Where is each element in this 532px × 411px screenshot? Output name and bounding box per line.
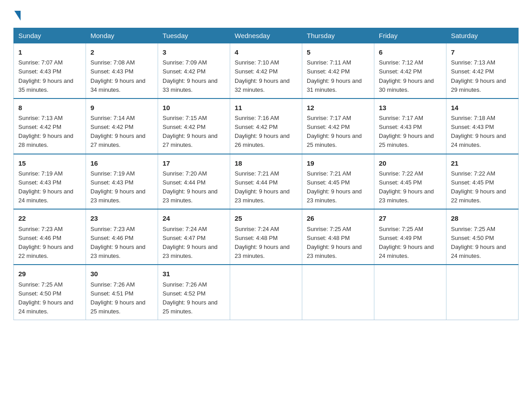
calendar-cell: 29Sunrise: 7:25 AMSunset: 4:50 PMDayligh… — [14, 265, 86, 320]
day-number: 27 — [379, 213, 442, 223]
day-number: 21 — [451, 158, 514, 168]
day-number: 4 — [235, 47, 297, 57]
calendar-week-row: 22Sunrise: 7:23 AMSunset: 4:46 PMDayligh… — [14, 209, 519, 265]
calendar-cell: 7Sunrise: 7:13 AMSunset: 4:42 PMDaylight… — [446, 43, 519, 98]
calendar-cell: 25Sunrise: 7:24 AMSunset: 4:48 PMDayligh… — [230, 209, 302, 265]
calendar-cell: 4Sunrise: 7:10 AMSunset: 4:42 PMDaylight… — [230, 43, 302, 98]
day-number: 2 — [90, 47, 153, 57]
day-info: Sunrise: 7:24 AMSunset: 4:48 PMDaylight:… — [235, 225, 297, 261]
calendar-cell: 23Sunrise: 7:23 AMSunset: 4:46 PMDayligh… — [86, 209, 158, 265]
day-info: Sunrise: 7:22 AMSunset: 4:45 PMDaylight:… — [379, 169, 442, 206]
calendar-table: SundayMondayTuesdayWednesdayThursdayFrid… — [13, 28, 519, 320]
calendar-cell — [302, 265, 374, 320]
header-wednesday: Wednesday — [230, 28, 302, 43]
day-info: Sunrise: 7:13 AMSunset: 4:42 PMDaylight:… — [18, 114, 81, 150]
day-info: Sunrise: 7:13 AMSunset: 4:42 PMDaylight:… — [451, 58, 514, 94]
day-number: 8 — [18, 103, 81, 113]
calendar-cell: 2Sunrise: 7:08 AMSunset: 4:43 PMDaylight… — [86, 43, 158, 98]
day-info: Sunrise: 7:10 AMSunset: 4:42 PMDaylight:… — [235, 58, 297, 94]
day-number: 11 — [235, 103, 297, 113]
calendar-cell: 17Sunrise: 7:20 AMSunset: 4:44 PMDayligh… — [158, 154, 230, 210]
day-number: 13 — [379, 103, 442, 113]
day-info: Sunrise: 7:22 AMSunset: 4:45 PMDaylight:… — [451, 169, 514, 206]
calendar-cell: 11Sunrise: 7:16 AMSunset: 4:42 PMDayligh… — [230, 98, 302, 154]
day-number: 9 — [90, 103, 153, 113]
calendar-cell: 30Sunrise: 7:26 AMSunset: 4:51 PMDayligh… — [86, 265, 158, 320]
day-info: Sunrise: 7:26 AMSunset: 4:51 PMDaylight:… — [90, 280, 153, 317]
calendar-cell: 15Sunrise: 7:19 AMSunset: 4:43 PMDayligh… — [14, 154, 86, 210]
header-tuesday: Tuesday — [158, 28, 230, 43]
day-info: Sunrise: 7:25 AMSunset: 4:48 PMDaylight:… — [307, 225, 369, 261]
calendar-cell: 18Sunrise: 7:21 AMSunset: 4:44 PMDayligh… — [230, 154, 302, 210]
calendar-cell: 10Sunrise: 7:15 AMSunset: 4:42 PMDayligh… — [158, 98, 230, 154]
calendar-cell: 3Sunrise: 7:09 AMSunset: 4:42 PMDaylight… — [158, 43, 230, 98]
day-info: Sunrise: 7:14 AMSunset: 4:42 PMDaylight:… — [90, 114, 153, 150]
day-info: Sunrise: 7:18 AMSunset: 4:43 PMDaylight:… — [451, 114, 514, 150]
day-info: Sunrise: 7:17 AMSunset: 4:42 PMDaylight:… — [307, 114, 369, 150]
header-monday: Monday — [86, 28, 158, 43]
day-info: Sunrise: 7:21 AMSunset: 4:45 PMDaylight:… — [307, 169, 369, 206]
calendar-cell: 31Sunrise: 7:26 AMSunset: 4:52 PMDayligh… — [158, 265, 230, 320]
day-number: 5 — [307, 47, 369, 57]
day-number: 7 — [451, 47, 514, 57]
day-number: 24 — [163, 213, 225, 223]
day-info: Sunrise: 7:09 AMSunset: 4:42 PMDaylight:… — [163, 58, 225, 94]
day-info: Sunrise: 7:21 AMSunset: 4:44 PMDaylight:… — [235, 169, 297, 206]
day-info: Sunrise: 7:15 AMSunset: 4:42 PMDaylight:… — [163, 114, 225, 150]
calendar-cell: 16Sunrise: 7:19 AMSunset: 4:43 PMDayligh… — [86, 154, 158, 210]
calendar-cell: 6Sunrise: 7:12 AMSunset: 4:42 PMDaylight… — [374, 43, 446, 98]
calendar-cell: 27Sunrise: 7:25 AMSunset: 4:49 PMDayligh… — [374, 209, 446, 265]
calendar-cell: 28Sunrise: 7:25 AMSunset: 4:50 PMDayligh… — [446, 209, 519, 265]
calendar-cell: 5Sunrise: 7:11 AMSunset: 4:42 PMDaylight… — [302, 43, 374, 98]
day-number: 26 — [307, 213, 369, 223]
logo-arrow-icon — [14, 11, 21, 21]
day-info: Sunrise: 7:16 AMSunset: 4:42 PMDaylight:… — [235, 114, 297, 150]
day-number: 3 — [163, 47, 225, 57]
header-friday: Friday — [374, 28, 446, 43]
day-info: Sunrise: 7:07 AMSunset: 4:43 PMDaylight:… — [18, 58, 81, 94]
day-number: 23 — [90, 213, 153, 223]
calendar-cell: 24Sunrise: 7:24 AMSunset: 4:47 PMDayligh… — [158, 209, 230, 265]
calendar-cell — [230, 265, 302, 320]
day-info: Sunrise: 7:17 AMSunset: 4:43 PMDaylight:… — [379, 114, 442, 150]
day-number: 18 — [235, 158, 297, 168]
day-info: Sunrise: 7:19 AMSunset: 4:43 PMDaylight:… — [90, 169, 153, 206]
calendar-cell: 22Sunrise: 7:23 AMSunset: 4:46 PMDayligh… — [14, 209, 86, 265]
day-info: Sunrise: 7:12 AMSunset: 4:42 PMDaylight:… — [379, 58, 442, 94]
day-number: 25 — [235, 213, 297, 223]
calendar-cell — [446, 265, 519, 320]
day-number: 20 — [379, 158, 442, 168]
calendar-cell: 26Sunrise: 7:25 AMSunset: 4:48 PMDayligh… — [302, 209, 374, 265]
day-number: 1 — [18, 47, 81, 57]
day-number: 16 — [90, 158, 153, 168]
day-info: Sunrise: 7:08 AMSunset: 4:43 PMDaylight:… — [90, 58, 153, 94]
calendar-week-row: 29Sunrise: 7:25 AMSunset: 4:50 PMDayligh… — [14, 265, 519, 320]
header-saturday: Saturday — [446, 28, 519, 43]
calendar-cell: 14Sunrise: 7:18 AMSunset: 4:43 PMDayligh… — [446, 98, 519, 154]
calendar-cell: 20Sunrise: 7:22 AMSunset: 4:45 PMDayligh… — [374, 154, 446, 210]
header-thursday: Thursday — [302, 28, 374, 43]
calendar-cell — [374, 265, 446, 320]
logo — [13, 9, 21, 20]
header-sunday: Sunday — [14, 28, 86, 43]
day-number: 31 — [163, 269, 225, 279]
calendar-cell: 13Sunrise: 7:17 AMSunset: 4:43 PMDayligh… — [374, 98, 446, 154]
calendar-cell: 19Sunrise: 7:21 AMSunset: 4:45 PMDayligh… — [302, 154, 374, 210]
day-number: 28 — [451, 213, 514, 223]
calendar-cell: 8Sunrise: 7:13 AMSunset: 4:42 PMDaylight… — [14, 98, 86, 154]
day-info: Sunrise: 7:25 AMSunset: 4:50 PMDaylight:… — [18, 280, 81, 317]
calendar-week-row: 15Sunrise: 7:19 AMSunset: 4:43 PMDayligh… — [14, 154, 519, 210]
day-info: Sunrise: 7:25 AMSunset: 4:50 PMDaylight:… — [451, 225, 514, 261]
day-number: 29 — [18, 269, 81, 279]
day-number: 10 — [163, 103, 225, 113]
page-header — [13, 9, 519, 20]
calendar-week-row: 8Sunrise: 7:13 AMSunset: 4:42 PMDaylight… — [14, 98, 519, 154]
day-info: Sunrise: 7:19 AMSunset: 4:43 PMDaylight:… — [18, 169, 81, 206]
day-info: Sunrise: 7:26 AMSunset: 4:52 PMDaylight:… — [163, 280, 225, 317]
day-number: 19 — [307, 158, 369, 168]
calendar-week-row: 1Sunrise: 7:07 AMSunset: 4:43 PMDaylight… — [14, 43, 519, 98]
day-number: 14 — [451, 103, 514, 113]
day-info: Sunrise: 7:23 AMSunset: 4:46 PMDaylight:… — [18, 225, 81, 261]
day-number: 12 — [307, 103, 369, 113]
day-number: 15 — [18, 158, 81, 168]
